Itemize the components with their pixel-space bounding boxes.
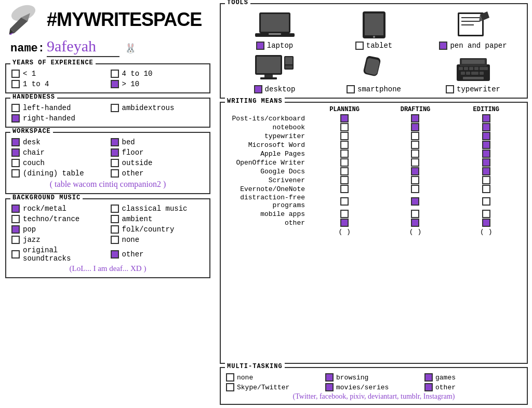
checkbox[interactable]: [482, 185, 490, 193]
item-label: none: [122, 236, 140, 244]
checkbox-checked[interactable]: [424, 373, 433, 382]
checkbox-checked[interactable]: [325, 383, 334, 391]
list-item: ambient: [111, 215, 205, 223]
writing-footer: ( ) ( ) ( ): [226, 228, 522, 236]
checkbox-checked[interactable]: [111, 138, 119, 146]
header: #MYWRITESPACE name: 9afeyah 🐰: [5, 4, 210, 59]
checkbox-checked[interactable]: [11, 114, 20, 123]
checkbox-checked[interactable]: [11, 148, 20, 157]
years-title: YEARS OF EXPERIENCE: [10, 59, 96, 66]
checkbox-checked[interactable]: [11, 138, 20, 146]
checkbox[interactable]: [11, 169, 20, 178]
checkbox[interactable]: [340, 132, 349, 140]
checkbox-checked[interactable]: [111, 80, 119, 88]
item-label: Skype/Twitter: [237, 384, 289, 391]
checkbox[interactable]: [111, 205, 119, 213]
right-panel: TOOLS laptop: [216, 0, 532, 408]
table-row: Google Docs: [226, 167, 522, 175]
checkbox[interactable]: [411, 149, 419, 158]
checkbox[interactable]: [482, 197, 490, 206]
list-item: browsing: [325, 373, 422, 382]
checkbox-checked[interactable]: [411, 167, 419, 175]
checkbox[interactable]: [340, 197, 349, 206]
checkbox[interactable]: [111, 70, 119, 78]
svg-rect-15: [264, 75, 273, 77]
checkbox-checked[interactable]: [411, 197, 419, 206]
checkbox[interactable]: [340, 123, 349, 131]
checkbox-checked[interactable]: [482, 114, 490, 123]
footer-cell: ( ): [380, 228, 450, 236]
list-item: floor: [111, 148, 205, 157]
checkbox[interactable]: [355, 42, 364, 50]
checkbox-checked[interactable]: [482, 149, 490, 158]
tool-label-row: typewriter: [446, 85, 500, 93]
checkbox-checked[interactable]: [340, 219, 349, 227]
list-item: > 10: [111, 80, 205, 88]
checkbox[interactable]: [111, 225, 119, 234]
checkbox[interactable]: [11, 215, 20, 223]
checkbox[interactable]: [340, 176, 349, 184]
checkbox-checked[interactable]: [482, 219, 490, 227]
checkbox[interactable]: [411, 132, 419, 140]
svg-rect-31: [471, 72, 478, 75]
checkbox[interactable]: [111, 215, 119, 223]
checkbox-checked[interactable]: [482, 167, 490, 175]
checkbox[interactable]: [446, 85, 454, 93]
checkbox[interactable]: [411, 158, 419, 167]
checkbox-checked[interactable]: [111, 148, 119, 157]
checkbox[interactable]: [226, 383, 234, 391]
checkbox-checked[interactable]: [482, 158, 490, 167]
checkbox-checked[interactable]: [325, 373, 334, 382]
svg-rect-25: [469, 67, 473, 70]
checkbox[interactable]: [482, 210, 490, 218]
checkbox[interactable]: [111, 169, 119, 178]
checkbox-checked[interactable]: [256, 42, 264, 50]
checkbox-checked[interactable]: [482, 132, 490, 140]
checkbox[interactable]: [11, 70, 20, 78]
checkbox-checked[interactable]: [111, 250, 119, 259]
checkbox[interactable]: [411, 176, 419, 184]
workspace-note: ( table wacom cintiq companion2 ): [11, 180, 204, 189]
checkbox-checked[interactable]: [254, 85, 262, 93]
checkbox[interactable]: [226, 373, 234, 382]
checkbox[interactable]: [411, 210, 419, 218]
checkbox[interactable]: [111, 159, 119, 167]
svg-rect-28: [484, 67, 488, 70]
checkbox[interactable]: [340, 210, 349, 218]
item-label: other: [435, 384, 456, 391]
item-label: jazz: [23, 236, 41, 244]
checkbox[interactable]: [482, 176, 490, 184]
checkbox[interactable]: [11, 236, 20, 244]
checkbox[interactable]: [340, 141, 349, 149]
checkbox[interactable]: [111, 104, 119, 112]
checkbox-checked[interactable]: [424, 383, 433, 391]
table-row: Evernote/OneNote: [226, 185, 522, 193]
checkbox-checked[interactable]: [340, 114, 349, 123]
checkbox[interactable]: [111, 236, 119, 244]
checkbox[interactable]: [411, 141, 419, 149]
checkbox[interactable]: [11, 250, 20, 259]
checkbox[interactable]: [347, 85, 355, 93]
checkbox[interactable]: [11, 80, 20, 88]
checkbox-checked[interactable]: [411, 114, 419, 123]
checkbox-checked[interactable]: [11, 205, 20, 213]
checkbox-checked[interactable]: [411, 219, 419, 227]
tool-label: laptop: [267, 42, 293, 50]
music-title: BACKGROUND MUSIC: [10, 194, 83, 201]
checkbox[interactable]: [11, 104, 20, 112]
checkbox-checked[interactable]: [411, 123, 419, 131]
checkbox[interactable]: [340, 167, 349, 175]
checkbox[interactable]: [11, 159, 20, 167]
pen-paper-icon: [455, 10, 491, 39]
checkbox-checked[interactable]: [11, 225, 20, 234]
checkbox[interactable]: [411, 185, 419, 193]
checkbox-checked[interactable]: [439, 42, 447, 50]
checkbox[interactable]: [340, 149, 349, 158]
checkbox-checked[interactable]: [482, 123, 490, 131]
svg-rect-27: [480, 67, 484, 70]
checkbox[interactable]: [340, 185, 349, 193]
writing-label: Microsoft Word: [226, 141, 309, 149]
checkbox-checked[interactable]: [482, 141, 490, 149]
years-grid: < 1 4 to 10 1 to 4 > 10: [11, 70, 204, 88]
checkbox[interactable]: [340, 158, 349, 167]
